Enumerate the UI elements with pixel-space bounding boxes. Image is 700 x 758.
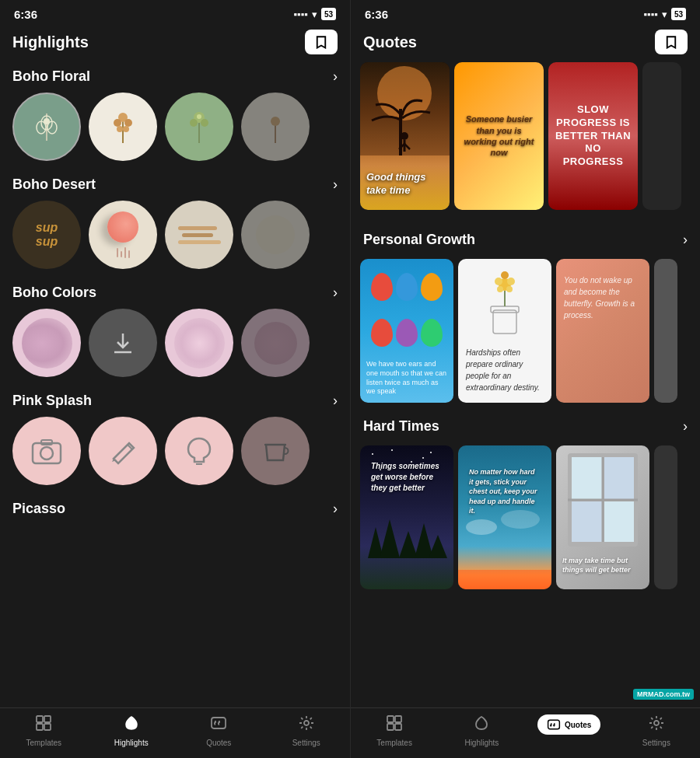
section-personal-growth: Personal Growth › <box>351 225 700 259</box>
color-splash-1 <box>22 318 72 369</box>
signal-icon: ▪▪▪▪ <box>293 9 307 20</box>
ht-card-partial <box>654 445 677 589</box>
right-quotes-bubble: Quotes <box>537 714 600 735</box>
boho-colors-circle-2[interactable] <box>89 309 157 377</box>
boho-desert-circle-3[interactable] <box>165 201 233 269</box>
svg-rect-28 <box>37 724 43 730</box>
boho-floral-circle-1[interactable] <box>12 93 81 161</box>
boho-floral-header: Boho Floral › <box>12 68 338 85</box>
boho-desert-circle-1[interactable]: supsup <box>12 201 81 269</box>
hard-times-arrow[interactable]: › <box>683 418 688 435</box>
left-panel-title: Highlights <box>12 33 89 51</box>
pg-text-salmon: You do not wake up and become the butter… <box>556 259 649 330</box>
section-boho-colors: Boho Colors › <box>0 278 350 386</box>
pink-splash-circle-1[interactable] <box>12 417 81 485</box>
quote-card-orange[interactable]: Someone busier than you is working out r… <box>454 62 544 210</box>
right-nav-quotes-label: Quotes <box>565 721 591 729</box>
svg-point-10 <box>123 126 129 132</box>
left-nav-quotes[interactable]: Quotes <box>175 714 263 746</box>
svg-point-7 <box>114 119 121 127</box>
right-header: Quotes <box>351 25 700 62</box>
left-status-icons: ▪▪▪▪ ▾ 53 <box>293 8 336 20</box>
ht-card-night[interactable]: Things sometimes get worse before they g… <box>360 445 453 589</box>
bookmark-icon <box>314 35 328 49</box>
boho-colors-circle-3[interactable] <box>165 309 233 377</box>
right-nav-settings[interactable]: Settings <box>613 714 700 746</box>
right-signal-icon: ▪▪▪▪ <box>643 9 657 20</box>
left-bookmark-button[interactable] <box>305 30 338 54</box>
svg-point-31 <box>304 721 309 725</box>
boho-colors-arrow[interactable]: › <box>333 285 338 301</box>
personal-growth-header: Personal Growth › <box>363 232 688 248</box>
left-bottom-nav: Templates Highlights Quotes <box>0 707 350 758</box>
desert-blob <box>256 215 295 254</box>
quote-card-red-track[interactable]: SLOW PROGRESS IS BETTER THAN NO PROGRESS <box>548 62 638 210</box>
boho-desert-splash <box>107 211 138 258</box>
boho-colors-circle-4[interactable] <box>241 309 310 377</box>
camera-icon <box>31 437 62 465</box>
right-nav-quotes[interactable]: Quotes <box>526 714 613 746</box>
pink-splash-title: Pink Splash <box>12 393 92 409</box>
hard-times-title: Hard Times <box>363 418 439 435</box>
flower-jar-svg <box>474 260 536 337</box>
color-splash-3 <box>174 318 225 369</box>
templates-icon <box>35 714 52 736</box>
boho-desert-circles: supsup <box>12 201 338 275</box>
highlights-icon <box>123 714 140 736</box>
ht-card-sky[interactable]: No matter how hard it gets, stick your c… <box>458 445 551 589</box>
boho-floral-icon-1 <box>26 106 68 148</box>
boho-colors-circle-1[interactable] <box>12 309 81 377</box>
right-nav-settings-label: Settings <box>642 739 670 747</box>
picasso-arrow[interactable]: › <box>333 501 338 517</box>
personal-growth-arrow[interactable]: › <box>683 232 688 248</box>
svg-point-43 <box>495 278 502 285</box>
svg-marker-49 <box>399 531 418 558</box>
pink-splash-arrow[interactable]: › <box>333 393 338 409</box>
section-boho-floral: Boho Floral › <box>0 62 350 170</box>
hard-times-header: Hard Times › <box>363 418 688 435</box>
pg-text-white: Hardships often prepare ordinary people … <box>458 337 551 403</box>
boho-floral-arrow[interactable]: › <box>333 68 338 85</box>
right-settings-icon <box>648 714 665 736</box>
right-highlights-icon <box>473 714 490 736</box>
svg-rect-65 <box>395 724 401 730</box>
pen-icon <box>107 437 138 465</box>
pink-splash-circle-3[interactable] <box>165 417 233 485</box>
left-nav-templates[interactable]: Templates <box>0 714 88 746</box>
quote-text-red-track: SLOW PROGRESS IS BETTER THAN NO PROGRESS <box>548 97 638 175</box>
left-nav-highlights[interactable]: Highlights <box>88 714 176 746</box>
section-pink-splash: Pink Splash › <box>0 386 350 494</box>
right-nav-templates[interactable]: Templates <box>351 714 438 746</box>
ht-text-night: Things sometimes get worse before they g… <box>365 455 449 500</box>
right-bookmark-button[interactable] <box>655 30 688 54</box>
boho-floral-circle-2[interactable] <box>89 93 157 161</box>
boho-desert-arrow[interactable]: › <box>333 176 338 193</box>
boho-desert-circle-4[interactable] <box>241 201 310 269</box>
right-nav-highlights[interactable]: Highlights <box>438 714 525 746</box>
quote-card-dark[interactable] <box>642 62 681 210</box>
svg-rect-63 <box>395 716 401 722</box>
left-nav-highlights-label: Highlights <box>114 739 149 747</box>
pg-card-salmon[interactable]: You do not wake up and become the butter… <box>556 259 649 403</box>
boho-desert-circle-2[interactable] <box>89 201 157 269</box>
pg-card-balloons[interactable]: We have two ears and one mouth so that w… <box>360 259 453 403</box>
quotes-bubble-icon <box>547 718 561 732</box>
left-nav-settings[interactable]: Settings <box>263 714 351 746</box>
pink-splash-circle-2[interactable] <box>89 417 157 485</box>
right-panel: 6:36 ▪▪▪▪ ▾ 53 Quotes <box>350 0 700 758</box>
svg-rect-39 <box>491 306 519 313</box>
right-battery: 53 <box>671 8 686 20</box>
svg-rect-57 <box>604 457 634 500</box>
hard-times-cards: Things sometimes get worse before they g… <box>351 445 700 599</box>
svg-rect-64 <box>387 724 394 730</box>
ht-card-window[interactable]: It may take time but things will get bet… <box>556 445 649 589</box>
left-panel: 6:36 ▪▪▪▪ ▾ 53 Highlights Boho Floral › <box>0 0 350 758</box>
quote-card-sunset[interactable]: Good things take time <box>360 62 450 210</box>
boho-floral-circle-3[interactable] <box>165 93 233 161</box>
boho-floral-circle-4[interactable] <box>241 93 310 161</box>
pg-card-partial <box>654 259 677 403</box>
pg-card-white[interactable]: Hardships often prepare ordinary people … <box>458 259 551 403</box>
svg-point-45 <box>497 286 503 292</box>
wifi-icon: ▾ <box>312 9 317 20</box>
pink-splash-circle-4[interactable] <box>241 417 310 485</box>
